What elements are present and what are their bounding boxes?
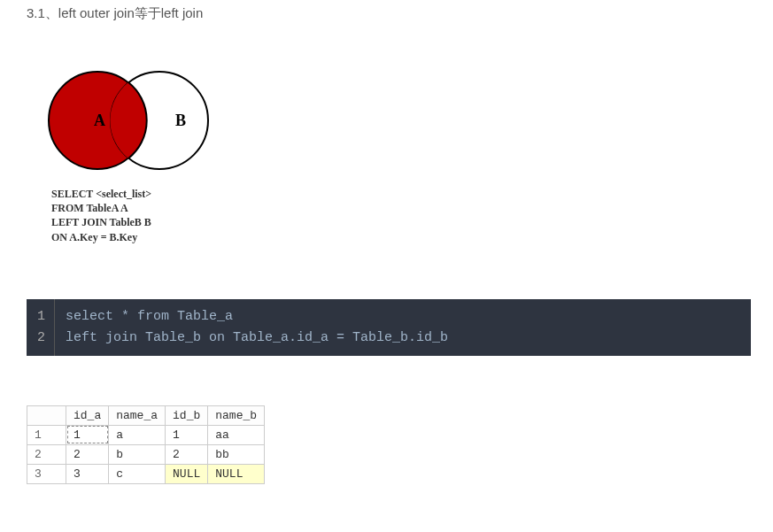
cell-null: NULL xyxy=(208,464,265,483)
code-lines: select * from Table_a left join Table_b … xyxy=(55,299,459,356)
col-name-b: name_b xyxy=(208,405,265,425)
cell: a xyxy=(109,425,166,444)
table-header-row: id_a name_a id_b name_b xyxy=(27,405,265,425)
cell: aa xyxy=(208,425,265,444)
cell-null: NULL xyxy=(166,464,208,483)
cell: 2 xyxy=(66,444,109,464)
cell: 1 xyxy=(166,425,208,444)
col-id-a: id_a xyxy=(66,405,109,425)
section-heading: 3.1、left outer join等于left join xyxy=(0,0,773,26)
col-blank xyxy=(27,405,66,425)
venn-sql-caption: SELECT <select_list> FROM TableA A LEFT … xyxy=(51,187,773,244)
cell: c xyxy=(109,464,166,483)
row-number: 3 xyxy=(27,464,66,483)
row-number: 1 xyxy=(27,425,66,444)
code-line: left join Table_b on Table_a.id_a = Tabl… xyxy=(66,328,448,349)
table-row: 2 2 b 2 bb xyxy=(27,444,265,464)
code-gutter: 1 2 xyxy=(27,299,55,356)
cell: b xyxy=(109,444,166,464)
table-row: 1 1 a 1 aa xyxy=(27,425,265,444)
venn-label-b: B xyxy=(175,112,186,129)
code-line: select * from Table_a xyxy=(66,306,448,328)
cell: 2 xyxy=(166,444,208,464)
cell: 1 xyxy=(66,425,109,444)
result-table: id_a name_a id_b name_b 1 1 a 1 aa 2 2 b… xyxy=(27,405,265,484)
cell: 3 xyxy=(66,464,109,483)
col-id-b: id_b xyxy=(166,405,208,425)
line-number: 1 xyxy=(37,306,45,328)
table-row: 3 3 c NULL NULL xyxy=(27,464,265,483)
venn-label-a: A xyxy=(94,112,105,129)
venn-diagram: A B xyxy=(35,63,213,178)
venn-diagram-block: A B SELECT <select_list> FROM TableA A L… xyxy=(35,63,773,244)
sql-code-block: 1 2 select * from Table_a left join Tabl… xyxy=(27,299,751,356)
line-number: 2 xyxy=(37,328,45,349)
col-name-a: name_a xyxy=(109,405,166,425)
row-number: 2 xyxy=(27,444,66,464)
cell: bb xyxy=(208,444,265,464)
